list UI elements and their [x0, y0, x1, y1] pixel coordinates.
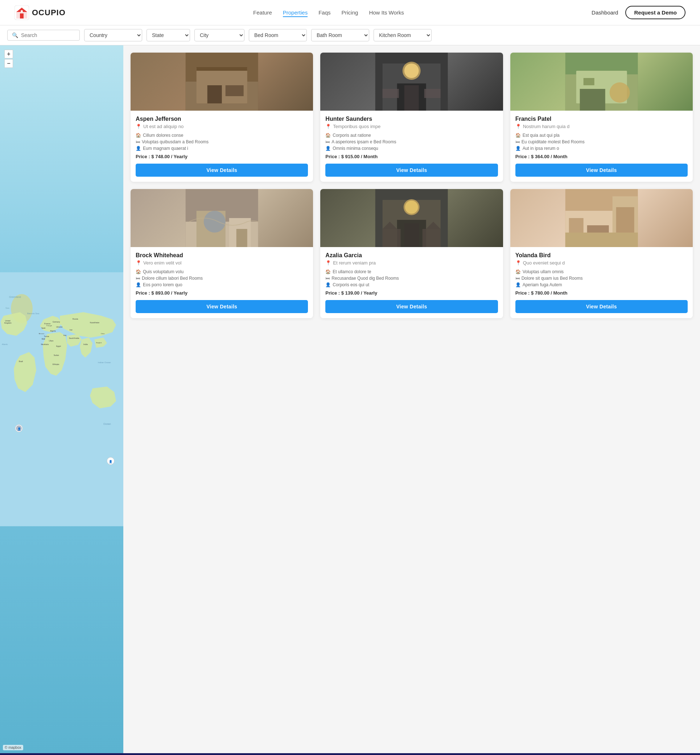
dashboard-link[interactable]: Dashboard — [592, 9, 618, 16]
svg-point-60 — [609, 82, 630, 103]
property-image — [320, 53, 503, 111]
property-name: Francis Patel — [516, 116, 688, 122]
navbar: OCUPIO Feature Properties Faqs Pricing H… — [0, 0, 700, 25]
svg-text:Atlantic: Atlantic — [2, 343, 8, 345]
svg-rect-81 — [616, 207, 634, 236]
logo-icon — [14, 5, 29, 20]
nav-faqs[interactable]: Faqs — [319, 9, 330, 16]
state-filter[interactable]: State CaliforniaTexas — [147, 29, 190, 41]
svg-text:Morocco: Morocco — [39, 333, 45, 335]
svg-rect-48 — [197, 67, 247, 71]
location-icon: 📍 — [516, 260, 521, 266]
property-location: 📍 Nostrum harum quia d — [516, 124, 688, 129]
svg-point-67 — [204, 211, 226, 233]
svg-rect-3 — [20, 13, 23, 19]
nav-properties[interactable]: Properties — [283, 9, 308, 17]
svg-rect-83 — [565, 233, 638, 247]
svg-text:Ocean: Ocean — [103, 423, 111, 425]
zoom-in-button[interactable]: + — [4, 50, 13, 58]
zoom-out-button[interactable]: − — [4, 59, 13, 68]
detail-icon: 🛏 — [516, 276, 520, 281]
bedroom-filter[interactable]: Bed Room 1234+ — [249, 29, 307, 41]
location-icon: 📍 — [136, 124, 141, 129]
property-location: 📍 Temporibus quos impe — [325, 124, 498, 129]
property-name: Brock Whitehead — [136, 252, 308, 259]
view-details-button[interactable]: View Details — [516, 164, 688, 177]
property-detail-2: 🛏 A asperiores ipsam e Bed Rooms — [325, 139, 498, 144]
svg-text:Mauritania: Mauritania — [41, 344, 49, 345]
map-controls: + − — [4, 50, 13, 68]
property-name: Azalia Garcia — [325, 252, 498, 259]
nav-feature[interactable]: Feature — [253, 9, 272, 16]
svg-text:👤: 👤 — [109, 460, 112, 463]
view-details-button[interactable]: View Details — [136, 164, 308, 177]
svg-text:Spain: Spain — [41, 327, 46, 329]
svg-text:Iraq: Iraq — [64, 335, 66, 336]
kitchen-filter[interactable]: Kitchen Room 12 — [373, 29, 431, 41]
svg-text:Bangkok: Bangkok — [96, 342, 102, 344]
detail-icon: 🛏 — [136, 276, 140, 281]
location-icon: 📍 — [325, 124, 331, 129]
properties-grid: Aspen Jefferson 📍 Ut est ad aliquip no 🏠… — [131, 53, 693, 318]
property-detail-3: 👤 Aperiam fuga Autem — [516, 282, 688, 288]
svg-text:China: China — [101, 333, 105, 335]
svg-text:Kazakhstan: Kazakhstan — [90, 322, 99, 324]
logo[interactable]: OCUPIO — [14, 5, 66, 20]
search-input-wrap: 🔍 — [7, 30, 80, 41]
svg-text:Ukraine: Ukraine — [56, 326, 62, 328]
property-card: Hunter Saunders 📍 Temporibus quos impe 🏠… — [320, 53, 503, 182]
bathroom-filter[interactable]: Bath Room 1234+ — [311, 29, 369, 41]
detail-icon-3: 👤 — [136, 146, 141, 151]
search-bar: 🔍 Country USAUKCanada State CaliforniaTe… — [0, 25, 700, 45]
properties-section: Aspen Jefferson 📍 Ut est ad aliquip no 🏠… — [123, 45, 700, 753]
svg-text:Greenland: Greenland — [9, 296, 21, 298]
search-input[interactable] — [21, 32, 72, 38]
property-price: Price : $ 780.00 / Month — [516, 290, 688, 296]
view-details-button[interactable]: View Details — [325, 164, 498, 177]
nav-how-it-works[interactable]: How Its Works — [369, 9, 404, 16]
detail-icon: 🛏 — [325, 139, 330, 144]
property-detail-3: 👤 Eum magnam quaerat i — [136, 146, 308, 151]
property-image — [510, 53, 693, 111]
city-filter[interactable]: City Los AngelesHouston — [194, 29, 244, 41]
property-price: Price : $ 915.00 / Month — [325, 154, 498, 159]
property-location: 📍 Ut est ad aliquip no — [136, 124, 308, 129]
view-details-button[interactable]: View Details — [136, 300, 308, 313]
svg-point-4 — [21, 10, 23, 13]
nav-pricing[interactable]: Pricing — [342, 9, 358, 16]
svg-text:India: India — [83, 343, 88, 345]
svg-text:Sudan: Sudan — [54, 354, 59, 356]
nav-right: Dashboard Request a Demo — [592, 6, 686, 19]
property-image — [320, 189, 503, 247]
property-location: 📍 Et rerum veniam pra — [325, 260, 498, 266]
property-image — [131, 189, 313, 247]
view-details-button[interactable]: View Details — [516, 300, 688, 313]
detail-icon: 👤 — [325, 282, 331, 288]
svg-rect-76 — [423, 229, 441, 247]
svg-rect-74 — [405, 224, 419, 247]
property-location: 📍 Vero enim velit vol — [136, 260, 308, 266]
property-image — [510, 189, 693, 247]
country-filter[interactable]: Country USAUKCanada — [84, 29, 142, 41]
detail-icon: 👤 — [516, 282, 521, 288]
svg-text:Portugal: Portugal — [47, 325, 52, 327]
svg-text:Kingdom: Kingdom — [4, 322, 12, 324]
property-location: 📍 Quo eveniet sequi d — [516, 260, 688, 266]
detail-icon-2: 🛏 — [136, 139, 140, 144]
property-body: Azalia Garcia 📍 Et rerum veniam pra 🏠 Et… — [320, 247, 503, 318]
detail-icon: 🏠 — [325, 133, 331, 138]
svg-rect-46 — [208, 85, 222, 103]
svg-text:Sea: Sea — [5, 307, 9, 309]
request-demo-button[interactable]: Request a Demo — [625, 6, 686, 19]
svg-text:👤: 👤 — [17, 427, 21, 431]
detail-icon: 👤 — [136, 282, 141, 288]
property-detail-3: 👤 Eos porro lorem quo — [136, 282, 308, 288]
property-card: Aspen Jefferson 📍 Ut est ad aliquip no 🏠… — [131, 53, 313, 182]
property-detail-2: 🛏 Dolore sit quam ius Bed Rooms — [516, 276, 688, 281]
svg-text:Brazil: Brazil — [19, 361, 23, 363]
view-details-button[interactable]: View Details — [325, 300, 498, 313]
property-price: Price : $ 748.00 / Yearly — [136, 154, 308, 159]
svg-text:Saudi Arabia: Saudi Arabia — [69, 337, 80, 339]
detail-icon-1: 🏠 — [136, 133, 141, 138]
svg-text:Barents Sea: Barents Sea — [27, 313, 39, 314]
